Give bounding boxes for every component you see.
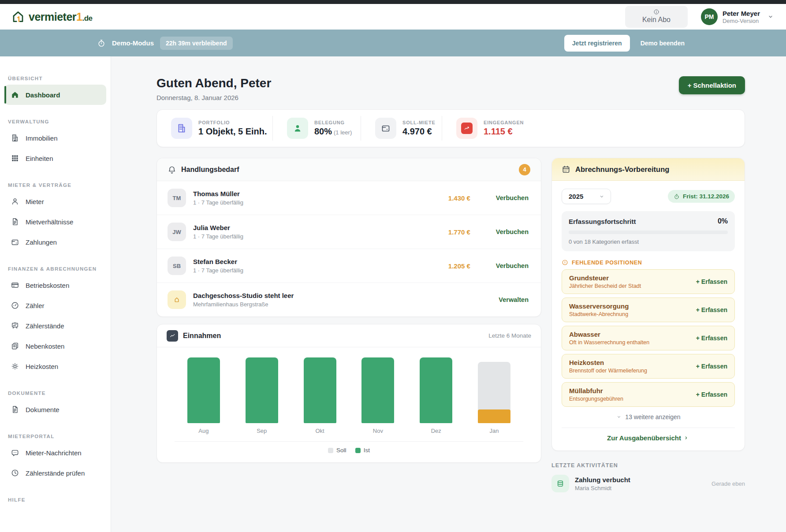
x-tick-label: Aug bbox=[175, 428, 233, 434]
overdue-amount: 1.430 € bbox=[448, 194, 470, 202]
meter-board-icon bbox=[11, 321, 19, 330]
user-role: Demo-Version bbox=[723, 18, 760, 24]
sidebar-item-heizkosten[interactable]: Heizkosten bbox=[4, 356, 106, 376]
demo-mode-bar: Demo-Modus 22h 39m verbleibend Jetzt reg… bbox=[0, 30, 786, 56]
wallet-icon bbox=[11, 238, 19, 246]
einnahmen-plot bbox=[175, 357, 523, 423]
deadline-badge: Frist: 31.12.2026 bbox=[668, 190, 735, 203]
stats-card: PORTFOLIO 1 Objekt, 5 Einh. BELEGUNG 80%… bbox=[156, 109, 745, 147]
sidebar-section-mieterportal: MIETERPORTAL bbox=[0, 434, 111, 439]
register-button[interactable]: Jetzt registrieren bbox=[564, 35, 630, 52]
sidebar-item-mietverhaeltnisse[interactable]: Mietverhältnisse bbox=[4, 212, 106, 232]
brand-text: vermieter1.de bbox=[29, 11, 93, 23]
x-tick-label: Jan bbox=[465, 428, 523, 434]
verwalten-button[interactable]: Verwalten bbox=[499, 296, 529, 303]
handlungsbedarf-row: SB Stefan Becker 1 · 7 Tage überfällig 1… bbox=[157, 249, 541, 283]
sidebar-section-verwaltung: VERWALTUNG bbox=[0, 119, 111, 124]
stat-belegung-extra: (1 leer) bbox=[334, 129, 352, 136]
sidebar-item-dokumente[interactable]: Dokumente bbox=[4, 399, 106, 420]
bar-ist bbox=[361, 357, 394, 423]
page-date: Donnerstag, 8. Januar 2026 bbox=[156, 94, 271, 101]
chevron-down-icon bbox=[598, 193, 605, 200]
sidebar-item-zaehler[interactable]: Zähler bbox=[4, 295, 106, 316]
overdue-amount: 1.770 € bbox=[448, 228, 470, 236]
sidebar: ÜBERSICHT Dashboard VERWALTUNG Immobilie… bbox=[0, 56, 111, 532]
legend-item-soll: Soll bbox=[328, 447, 346, 454]
legend-swatch bbox=[355, 448, 361, 453]
handlungsbedarf-card: Handlungsbedarf 4 TM Thomas Müller 1 · 7… bbox=[156, 158, 541, 317]
chevron-down-icon bbox=[616, 414, 622, 420]
verbuchen-button[interactable]: Verbuchen bbox=[496, 194, 529, 201]
einnahmen-legend: SollIst bbox=[157, 447, 541, 454]
bar-column-aug bbox=[175, 357, 233, 423]
sidebar-item-mieter[interactable]: Mieter bbox=[4, 191, 106, 212]
avatar: PM bbox=[701, 8, 718, 25]
erfassen-button[interactable]: + Erfassen bbox=[696, 278, 727, 285]
verbuchen-button[interactable]: Verbuchen bbox=[496, 228, 529, 235]
user-menu[interactable]: PM Peter Meyer Demo-Version bbox=[701, 8, 775, 25]
sidebar-item-betriebskosten[interactable]: Betriebskosten bbox=[4, 275, 106, 295]
no-subscription-button[interactable]: Kein Abo bbox=[625, 6, 688, 28]
handlungsbedarf-row: TM Thomas Müller 1 · 7 Tage überfällig 1… bbox=[157, 181, 541, 215]
sidebar-section-uebersicht: ÜBERSICHT bbox=[0, 76, 111, 81]
timer-icon bbox=[97, 39, 106, 48]
stat-eingegangen: EINGEGANGEN 1.115 € bbox=[442, 116, 745, 141]
grid-icon bbox=[11, 154, 19, 163]
building-icon bbox=[11, 134, 19, 142]
legend-label: Soll bbox=[336, 447, 346, 454]
card-icon bbox=[11, 281, 19, 290]
einnahmen-x-labels: AugSepOktNovDezJan bbox=[175, 428, 523, 434]
calendar-icon bbox=[562, 165, 570, 174]
progress-box: Erfassungsfortschritt 0% 0 von 18 Katego… bbox=[562, 211, 735, 251]
avatar: SB bbox=[168, 257, 186, 275]
progress-bar bbox=[569, 231, 728, 234]
chevron-down-icon bbox=[767, 13, 775, 21]
sidebar-item-zaehlerstaende[interactable]: Zählerstände bbox=[4, 316, 106, 336]
building-icon bbox=[171, 118, 192, 139]
overdue-amount: 1.205 € bbox=[448, 262, 470, 270]
sidebar-item-dashboard[interactable]: Dashboard bbox=[4, 85, 106, 105]
progress-label: Erfassungsfortschritt bbox=[569, 218, 636, 225]
ausgaben-uebersicht-link[interactable]: Zur Ausgabenübersicht bbox=[562, 434, 735, 442]
show-more-link[interactable]: 13 weitere anzeigen bbox=[562, 413, 735, 420]
missing-positions-header: FEHLENDE POSITIONEN bbox=[572, 260, 642, 266]
handlungsbedarf-row-vacancy: Dachgeschoss-Studio steht leer Mehrfamil… bbox=[157, 283, 541, 316]
legend-swatch bbox=[328, 448, 333, 453]
bell-icon bbox=[168, 165, 176, 174]
bar-column-dez bbox=[407, 357, 465, 423]
sidebar-item-zahlungen[interactable]: Zahlungen bbox=[4, 232, 106, 252]
erfassen-button[interactable]: + Erfassen bbox=[696, 335, 727, 342]
sidebar-item-immobilien[interactable]: Immobilien bbox=[4, 128, 106, 148]
year-select[interactable]: 2025 bbox=[562, 189, 611, 204]
bar-ist bbox=[304, 357, 336, 423]
einnahmen-card: Einnahmen Letzte 6 Monate AugSepOktNovDe… bbox=[156, 324, 541, 463]
missing-item-muellabfuhr: Müllabfuhr Entsorgungsgebühren + Erfasse… bbox=[562, 382, 735, 407]
stat-portfolio: PORTFOLIO 1 Objekt, 5 Einh. bbox=[157, 116, 272, 141]
trend-icon bbox=[167, 330, 178, 342]
quick-action-button[interactable]: + Schnellaktion bbox=[679, 76, 745, 94]
erfassen-button[interactable]: + Erfassen bbox=[696, 306, 727, 313]
erfassen-button[interactable]: + Erfassen bbox=[696, 391, 727, 398]
person-icon bbox=[11, 197, 19, 206]
erfassen-button[interactable]: + Erfassen bbox=[696, 363, 727, 370]
divider bbox=[562, 428, 735, 428]
sidebar-item-einheiten[interactable]: Einheiten bbox=[4, 148, 106, 168]
letzte-aktivitaeten: LETZTE AKTIVITÄTEN Zahlung verbucht Mari… bbox=[551, 462, 745, 492]
sidebar-section-hilfe: HILFE bbox=[0, 497, 111, 502]
bar-column-sep bbox=[233, 357, 291, 423]
demo-mode-label: Demo-Modus bbox=[112, 39, 154, 47]
verbuchen-button[interactable]: Verbuchen bbox=[496, 262, 529, 269]
sidebar-item-nebenkosten[interactable]: Nebenkosten bbox=[4, 336, 106, 356]
missing-item-heizkosten: Heizkosten Brennstoff oder Wärmelieferun… bbox=[562, 354, 735, 379]
progress-subtext: 0 von 18 Kategorien erfasst bbox=[569, 238, 728, 245]
sidebar-item-mieter-nachrichten[interactable]: Mieter-Nachrichten bbox=[4, 443, 106, 463]
missing-item-abwasser: Abwasser Oft in Wasserrechnung enthalten… bbox=[562, 326, 735, 350]
end-demo-button[interactable]: Demo beenden bbox=[636, 35, 689, 52]
sidebar-item-zaehlerstaende-pruefen[interactable]: Zählerstände prüfen bbox=[4, 463, 106, 483]
logo[interactable]: vermieter1.de bbox=[11, 10, 93, 23]
bar-ist bbox=[246, 357, 278, 423]
activities-title: LETZTE AKTIVITÄTEN bbox=[551, 462, 745, 469]
sidebar-section-dokumente: DOKUMENTE bbox=[0, 391, 111, 396]
info-icon bbox=[653, 9, 659, 15]
stat-soll-miete: SOLL-MIETE 4.970 € bbox=[361, 116, 442, 141]
